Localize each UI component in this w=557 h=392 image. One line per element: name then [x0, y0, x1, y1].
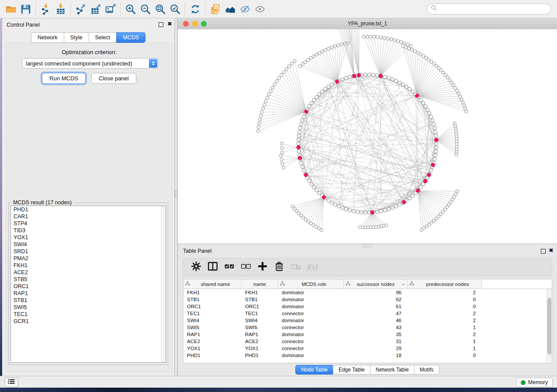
table-row[interactable]: FKH1FKH1dominator962 [183, 289, 552, 296]
table-row[interactable]: PHD1PHD1dominator180 [183, 352, 552, 359]
mcds-result-item[interactable]: ACE2 [11, 269, 166, 276]
cell-name: ORC1 [242, 304, 278, 309]
optimization-criterion-value: largest connected component (undirected) [26, 60, 132, 67]
table-panel-close-icon[interactable]: ✖ [549, 248, 554, 254]
column-header-name[interactable]: name [242, 279, 278, 289]
clear-row-selection-button[interactable] [239, 260, 253, 275]
cell-predecessor-nodes: 2 [408, 332, 482, 337]
table-scrollbar-thumb[interactable] [547, 298, 551, 354]
mcds-result-item[interactable]: SWI5 [11, 304, 166, 311]
toolbar-export-table-button[interactable] [88, 2, 103, 17]
delete-column-button[interactable] [272, 260, 287, 275]
toolbar-zoom-fit-button[interactable] [153, 2, 168, 17]
table-row[interactable]: SWI4SWI4dominator462 [183, 317, 552, 324]
close-panel-button[interactable]: Close panel [91, 73, 136, 84]
toolbar-duplicate-network-button[interactable] [208, 2, 223, 17]
table-row[interactable]: ACE2ACE2connector311 [183, 338, 552, 345]
cell-predecessor-nodes: 0 [408, 353, 482, 358]
toggle-columns-button[interactable] [205, 260, 220, 275]
table-row[interactable]: TEC1TEC1connector472 [183, 310, 552, 317]
mcds-result-list[interactable]: PHD1CAR1STP4TID3YOX1SWI4SRD1PMA2FKH1ACE2… [10, 206, 166, 363]
tab-motifs[interactable]: Motifs [414, 365, 439, 375]
mcds-result-item[interactable]: STP4 [11, 220, 166, 227]
table-row[interactable]: YOX1YOX1connector291 [183, 345, 552, 352]
mcds-result-item[interactable]: RAP1 [11, 290, 166, 297]
mcds-hub-node [402, 200, 406, 204]
toolbar-import-table-button[interactable] [53, 2, 68, 17]
toolbar-hide-selected-button[interactable] [238, 2, 253, 17]
toolbar-zoom-selected-button[interactable] [168, 2, 183, 17]
table-scrollbar[interactable] [547, 289, 552, 363]
toolbar-open-session-button[interactable] [3, 2, 18, 17]
toolbar-save-session-button[interactable] [18, 2, 33, 17]
mcds-result-item[interactable]: PMA2 [11, 255, 166, 262]
cell-predecessor-nodes: 2 [408, 311, 482, 316]
mcds-hub-node [298, 156, 302, 160]
cell-mcds-role: connector [278, 325, 344, 330]
column-header-mcds-role[interactable]: MCDS role [278, 279, 344, 289]
mcds-hub-node [335, 80, 339, 84]
column-type-icon [409, 281, 415, 287]
table-row[interactable]: RAP1RAP1dominator352 [183, 331, 552, 338]
select-all-rows-button[interactable] [222, 260, 237, 275]
table-row[interactable]: ORC1ORC1dominator610 [183, 303, 552, 310]
toolbar-zoom-in-button[interactable] [123, 2, 138, 17]
table-panel-float-icon[interactable] [541, 249, 546, 254]
tab-node-table[interactable]: Node Table [295, 365, 333, 375]
run-mcds-button[interactable]: Run MCDS [42, 73, 86, 84]
toolbar-show-hidden-button[interactable] [253, 2, 267, 17]
network-canvas[interactable] [178, 29, 557, 244]
tab-edge-table[interactable]: Edge Table [333, 365, 370, 375]
memory-button[interactable]: Memory [516, 378, 553, 387]
import-table-icon [55, 3, 66, 15]
mcds-result-item[interactable]: YOX1 [11, 234, 166, 241]
mcds-result-item[interactable]: TID3 [11, 227, 166, 234]
mcds-hub-node [353, 74, 356, 78]
mcds-result-item[interactable]: GCR1 [11, 318, 166, 325]
column-header-shared-name[interactable]: shared name [183, 279, 242, 289]
toolbar-export-image-button[interactable] [103, 2, 118, 17]
add-column-button[interactable] [255, 260, 270, 275]
tab-network[interactable]: Network [31, 32, 64, 43]
task-history-button[interactable] [4, 378, 18, 387]
control-panel-close-icon[interactable]: ✖ [167, 21, 172, 27]
mcds-result-item[interactable]: ORC1 [11, 283, 166, 290]
table-row[interactable]: SWI5SWI5connector431 [183, 324, 552, 331]
control-panel-tabs: NetworkStyleSelectMCDS [2, 32, 174, 43]
table-row[interactable]: STB1STB1dominator620 [183, 296, 552, 303]
mcds-result-item[interactable]: STB5 [11, 276, 166, 283]
column-header-predecessor-nodes[interactable]: predecessor nodes [408, 279, 482, 289]
table-panel-grip[interactable] [362, 244, 373, 247]
export-table-icon [90, 3, 101, 15]
tab-select[interactable]: Select [89, 32, 117, 43]
mcds-result-item[interactable]: SWI4 [11, 241, 166, 248]
column-label: MCDS role [286, 282, 342, 287]
tab-network-table[interactable]: Network Table [370, 365, 415, 375]
column-label: predecessor nodes [415, 282, 480, 287]
table-settings-gear-icon [190, 261, 202, 274]
search-box[interactable] [427, 3, 551, 14]
cell-shared-name: ACE2 [183, 339, 242, 344]
search-input[interactable] [439, 6, 550, 13]
mcds-list-scrollbar[interactable] [161, 206, 166, 362]
mcds-result-item[interactable]: CAR1 [11, 213, 166, 220]
tab-mcds[interactable]: MCDS [116, 32, 145, 43]
toolbar-first-neighbors-button[interactable] [223, 2, 238, 17]
control-panel-float-icon[interactable] [159, 22, 163, 27]
table-settings-gear-button[interactable] [189, 260, 204, 275]
network-window-titlebar: YPA_prune.txt_1 [178, 18, 557, 30]
mcds-result-item[interactable]: PHD1 [11, 206, 166, 213]
mcds-hub-node [427, 173, 431, 177]
column-header-successor-nodes[interactable]: successor nodes [344, 279, 408, 289]
toolbar-import-network-button[interactable] [38, 2, 53, 17]
mcds-result-item[interactable]: TEC1 [11, 311, 166, 318]
optimization-criterion-select[interactable]: largest connected component (undirected) [22, 58, 158, 69]
network-graph[interactable] [178, 29, 557, 243]
mcds-result-item[interactable]: FKH1 [11, 262, 166, 269]
toolbar-zoom-out-button[interactable] [138, 2, 153, 17]
mcds-result-item[interactable]: STB1 [11, 297, 166, 304]
toolbar-export-network-button[interactable] [73, 2, 88, 17]
toolbar-refresh-view-button[interactable] [188, 2, 203, 17]
tab-style[interactable]: Style [64, 32, 89, 43]
mcds-result-item[interactable]: SRD1 [11, 248, 166, 255]
